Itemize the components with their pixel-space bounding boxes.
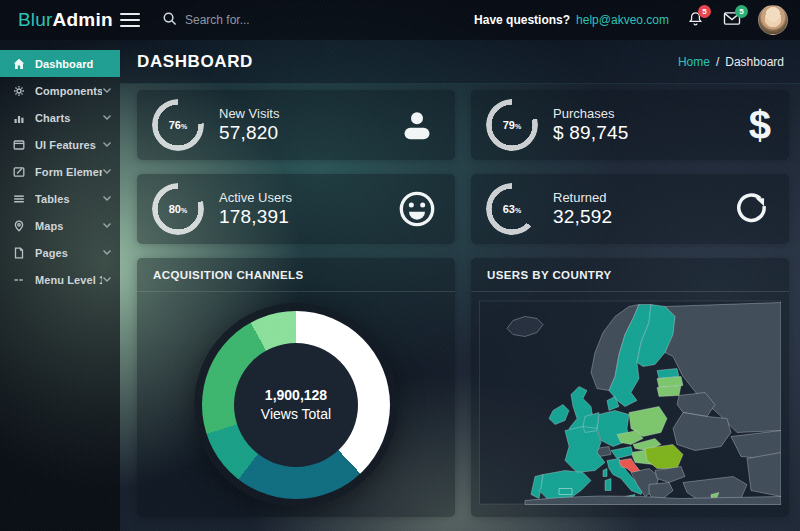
stat-card-new-visits: 76% New Visits 57,820 bbox=[137, 90, 455, 160]
ring-percent: 80 bbox=[169, 203, 181, 215]
chevron-down-icon bbox=[102, 248, 112, 257]
gear-icon bbox=[13, 85, 26, 97]
sidebar-item-ui-features[interactable]: UI Features bbox=[0, 131, 120, 158]
window-icon bbox=[13, 139, 26, 151]
progress-ring: 76% bbox=[152, 99, 204, 151]
chevron-down-icon bbox=[102, 140, 112, 149]
refresh-icon bbox=[733, 190, 771, 228]
doughnut-chart[interactable]: 1,900,128 Views Total bbox=[137, 292, 455, 517]
notification-badge: 5 bbox=[698, 5, 711, 18]
chevron-down-icon bbox=[102, 113, 112, 122]
map-pin-icon bbox=[13, 220, 26, 232]
breadcrumb-current: Dashboard bbox=[725, 55, 784, 69]
stat-card-purchases: 79% Purchases $ 89,745 $ bbox=[471, 90, 789, 160]
europe-map[interactable] bbox=[471, 292, 789, 517]
doughnut-center-value: 1,900,128 bbox=[265, 387, 327, 403]
sidebar-item-label: Form Elements bbox=[35, 166, 102, 178]
percent-symbol: % bbox=[181, 207, 187, 214]
notifications-button[interactable]: 5 bbox=[684, 9, 706, 31]
message-badge: 5 bbox=[735, 5, 748, 18]
acquisition-channels-panel: ACQUISITION CHANNELS 1,900,128 Views Tot… bbox=[137, 258, 455, 517]
person-icon bbox=[397, 105, 437, 145]
bluradmin-dashboard: BlurAdmin Have questions? help@akveo.com… bbox=[0, 0, 800, 531]
stat-card-active-users: 80% Active Users 178,391 bbox=[137, 174, 455, 244]
progress-ring: 63% bbox=[486, 183, 538, 235]
page-icon bbox=[13, 247, 26, 259]
sidebar: Dashboard Components Charts UI Features … bbox=[0, 40, 120, 531]
dash-icon bbox=[13, 274, 26, 286]
chevron-down-icon bbox=[102, 275, 112, 284]
sidebar-item-pages[interactable]: Pages bbox=[0, 239, 120, 266]
user-avatar[interactable] bbox=[758, 5, 788, 35]
sidebar-item-form-elements[interactable]: Form Elements bbox=[0, 158, 120, 185]
sidebar-item-maps[interactable]: Maps bbox=[0, 212, 120, 239]
menu-toggle-icon[interactable] bbox=[120, 13, 140, 27]
stat-card-returned: 63% Returned 32,592 bbox=[471, 174, 789, 244]
stat-value: 57,820 bbox=[219, 122, 279, 144]
percent-symbol: % bbox=[515, 123, 521, 130]
percent-symbol: % bbox=[181, 123, 187, 130]
logo-part-1: Blur bbox=[18, 9, 53, 30]
progress-ring: 80% bbox=[152, 183, 204, 235]
smiley-icon bbox=[397, 189, 437, 229]
top-navbar: BlurAdmin Have questions? help@akveo.com… bbox=[0, 0, 800, 40]
search-icon bbox=[162, 11, 177, 30]
sidebar-item-label: Dashboard bbox=[35, 58, 112, 70]
doughnut-center-label: Views Total bbox=[261, 406, 331, 422]
form-icon bbox=[13, 166, 26, 178]
panel-title: USERS BY COUNTRY bbox=[471, 258, 789, 292]
users-by-country-panel: USERS BY COUNTRY bbox=[471, 258, 789, 517]
sidebar-item-dashboard[interactable]: Dashboard bbox=[0, 50, 120, 77]
app-logo[interactable]: BlurAdmin bbox=[0, 9, 120, 31]
breadcrumb-separator: / bbox=[716, 55, 719, 69]
sidebar-item-label: UI Features bbox=[35, 139, 102, 151]
sidebar-item-components[interactable]: Components bbox=[0, 77, 120, 104]
page-title: DASHBOARD bbox=[137, 52, 253, 72]
sidebar-item-label: Components bbox=[35, 85, 102, 97]
europe-map-svg bbox=[479, 298, 781, 507]
stat-label: Returned bbox=[553, 190, 612, 205]
percent-symbol: % bbox=[515, 207, 521, 214]
sidebar-item-label: Pages bbox=[35, 247, 102, 259]
progress-ring: 79% bbox=[486, 99, 538, 151]
ring-percent: 63 bbox=[503, 203, 515, 215]
breadcrumb: Home / Dashboard bbox=[678, 55, 784, 69]
stat-value: $ 89,745 bbox=[553, 122, 629, 144]
sidebar-item-label: Charts bbox=[35, 112, 102, 124]
messages-button[interactable]: 5 bbox=[721, 9, 743, 31]
chevron-down-icon bbox=[102, 167, 112, 176]
table-icon bbox=[13, 193, 26, 205]
sidebar-item-charts[interactable]: Charts bbox=[0, 104, 120, 131]
ring-percent: 79 bbox=[503, 119, 515, 131]
search-box bbox=[162, 11, 335, 30]
stat-label: Purchases bbox=[553, 106, 629, 121]
sidebar-item-label: Maps bbox=[35, 220, 102, 232]
panel-title: ACQUISITION CHANNELS bbox=[137, 258, 455, 292]
help-email-link[interactable]: help@akveo.com bbox=[576, 13, 669, 27]
help-question-text: Have questions? bbox=[474, 13, 570, 27]
breadcrumb-home-link[interactable]: Home bbox=[678, 55, 710, 69]
dashboard-content: 76% New Visits 57,820 79% Purchases $ 89… bbox=[120, 84, 800, 531]
stat-label: Active Users bbox=[219, 190, 292, 205]
page-header: DASHBOARD Home / Dashboard bbox=[120, 40, 800, 84]
chevron-down-icon bbox=[102, 221, 112, 230]
ring-percent: 76 bbox=[169, 119, 181, 131]
home-icon bbox=[13, 58, 26, 70]
sidebar-item-menu-level-1[interactable]: Menu Level 1 bbox=[0, 266, 120, 293]
dollar-icon: $ bbox=[749, 105, 771, 145]
sidebar-item-tables[interactable]: Tables bbox=[0, 185, 120, 212]
chevron-down-icon bbox=[102, 86, 112, 95]
stat-label: New Visits bbox=[219, 106, 279, 121]
bar-chart-icon bbox=[13, 112, 26, 124]
chevron-down-icon bbox=[102, 194, 112, 203]
sidebar-item-label: Tables bbox=[35, 193, 102, 205]
stat-value: 178,391 bbox=[219, 206, 292, 228]
navbar-right: Have questions? help@akveo.com 5 5 bbox=[474, 5, 800, 35]
stat-value: 32,592 bbox=[553, 206, 612, 228]
logo-part-2: Admin bbox=[53, 9, 113, 30]
search-input[interactable] bbox=[185, 13, 335, 27]
sidebar-item-label: Menu Level 1 bbox=[35, 274, 102, 286]
